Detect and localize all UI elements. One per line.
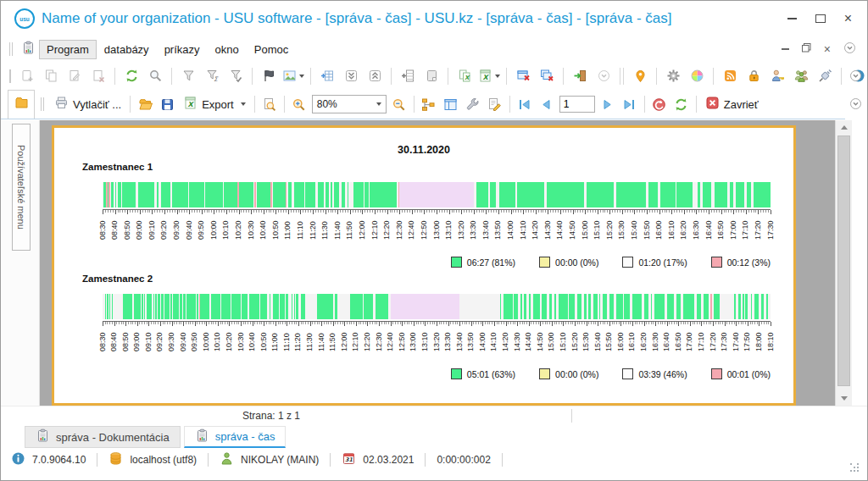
doc-edit-button[interactable]	[64, 66, 86, 86]
excel-copy-button[interactable]: X	[453, 66, 476, 86]
tick-label: 16:10	[668, 220, 676, 240]
doc-delete-button[interactable]	[87, 66, 109, 86]
tick-label: 18:00	[755, 332, 763, 351]
doc-delete-icon	[92, 69, 106, 83]
toolbar-grip[interactable]	[9, 69, 11, 83]
zoom-out-button[interactable]	[388, 94, 410, 114]
refresh-report-button[interactable]	[670, 94, 693, 114]
toolbar-grip[interactable]	[41, 97, 44, 111]
exit-door-button[interactable]	[569, 66, 591, 86]
tick-label: 12:20	[383, 220, 391, 240]
table-add-button[interactable]	[316, 66, 338, 86]
toolbar-overflow-button[interactable]	[849, 69, 863, 86]
tab-spr-va-as[interactable]: správa - čas	[184, 426, 287, 448]
first-page-button[interactable]	[514, 94, 536, 114]
mdi-minimize-button[interactable]	[782, 48, 789, 50]
menu-item-prkazy[interactable]: príkazy	[157, 40, 208, 59]
status-date-label[interactable]: 02.03.2021	[363, 454, 414, 466]
current-user-label[interactable]: NIKOLAY (MAIN)	[241, 454, 319, 466]
user-menu-vertical-tab[interactable]: Používateľské menu	[12, 124, 31, 251]
refresh-button[interactable]	[120, 66, 142, 86]
legend-label: 03:39 (46%)	[638, 369, 687, 379]
mdi-restore-button[interactable]	[801, 41, 812, 57]
doc-add-button[interactable]	[16, 66, 38, 86]
open-button[interactable]	[134, 94, 156, 114]
tick-label: 11:20	[294, 333, 302, 351]
users-group-button[interactable]	[790, 66, 812, 86]
tick-label: 10:40	[248, 332, 256, 351]
next-page-button[interactable]	[597, 94, 619, 114]
chevrons-down-button[interactable]	[340, 66, 362, 86]
close-report-button[interactable]: Zavrieť	[700, 94, 764, 114]
mdi-overflow-button[interactable]	[843, 41, 857, 58]
menu-item-okno[interactable]: okno	[208, 40, 247, 59]
tick-label: 09:00	[133, 332, 141, 351]
windows-close-all-button[interactable]	[536, 66, 558, 86]
panels-button[interactable]	[440, 94, 462, 114]
tick-label: 10:40	[259, 220, 267, 240]
excel-export-button[interactable]: X	[477, 66, 501, 86]
mdi-close-button[interactable]: ×	[824, 45, 831, 53]
excel-export-icon: X	[183, 96, 198, 113]
tick-label: 17:50	[743, 332, 751, 351]
legend-item: 00:01 (0%)	[711, 368, 771, 379]
tick-label: 13:50	[467, 332, 475, 351]
vertical-scrollbar[interactable]	[835, 120, 852, 406]
database-label[interactable]: localhost (utf8)	[130, 454, 197, 466]
legend-item: 03:39 (46%)	[622, 368, 687, 379]
stop-button[interactable]	[648, 94, 670, 114]
last-page-icon	[622, 97, 637, 112]
zoom-select[interactable]: 80%	[312, 95, 387, 113]
flag-button[interactable]	[258, 66, 280, 86]
lock-button[interactable]	[743, 66, 765, 86]
user-key-button[interactable]	[766, 66, 788, 86]
map-pin-button[interactable]	[629, 66, 651, 86]
resize-grip[interactable]	[850, 463, 860, 473]
filter-button[interactable]	[177, 66, 199, 86]
export-button[interactable]: X Export	[178, 94, 251, 114]
edit-report-button[interactable]	[484, 94, 506, 114]
tick-label: 18:10	[767, 332, 775, 351]
column-add-button[interactable]	[397, 66, 419, 86]
preview-button[interactable]	[259, 94, 281, 114]
scrollbar-thumb[interactable]	[837, 135, 850, 386]
tab-spr-va-dokument-cia[interactable]: správa - Dokumentácia	[25, 426, 181, 448]
toolbar-grip[interactable]	[9, 42, 13, 56]
zoom-in-button[interactable]	[288, 94, 310, 114]
gear-button[interactable]	[662, 66, 684, 86]
prev-page-icon	[539, 97, 554, 112]
scroll-up-button[interactable]	[836, 120, 852, 135]
toolbar-overflow-button[interactable]	[849, 97, 863, 114]
filter-sigma-button[interactable]: Σ	[201, 66, 223, 86]
minimize-button[interactable]	[787, 18, 797, 19]
tick-label: 10:10	[214, 332, 221, 351]
close-button[interactable]: ×	[844, 14, 852, 23]
scroll-down-button[interactable]	[836, 391, 852, 406]
menu-item-databzy[interactable]: databázy	[97, 40, 157, 59]
page-number-input[interactable]	[559, 96, 595, 113]
menu-item-program[interactable]: Program	[39, 40, 97, 59]
user-menu-folder-tab[interactable]	[8, 90, 35, 119]
doc-copy-button[interactable]	[40, 66, 62, 86]
settings-button[interactable]	[462, 94, 484, 114]
circle-chevron-dim-button[interactable]	[593, 66, 615, 86]
structure-button[interactable]	[418, 94, 440, 114]
window-close-button[interactable]	[512, 66, 534, 86]
search-button[interactable]	[144, 66, 166, 86]
filter-check-button[interactable]	[225, 66, 247, 86]
menu-item-pomoc[interactable]: Pomoc	[247, 40, 296, 59]
tick-label: 16:00	[617, 332, 625, 351]
note-button[interactable]	[420, 66, 442, 86]
save-button[interactable]	[156, 94, 178, 114]
last-page-button[interactable]	[619, 94, 641, 114]
maximize-button[interactable]	[815, 14, 826, 23]
print-button[interactable]: Vytlačiť ...	[49, 94, 126, 114]
color-wheel-button[interactable]	[686, 66, 708, 86]
main-toolbar: ΣXX	[1, 62, 845, 90]
prev-page-button[interactable]	[536, 94, 558, 114]
rss-button[interactable]	[719, 66, 741, 86]
refresh-icon	[125, 69, 139, 83]
chevrons-up-button[interactable]	[364, 66, 386, 86]
plug-button[interactable]	[814, 66, 836, 86]
image-button[interactable]	[281, 66, 305, 86]
